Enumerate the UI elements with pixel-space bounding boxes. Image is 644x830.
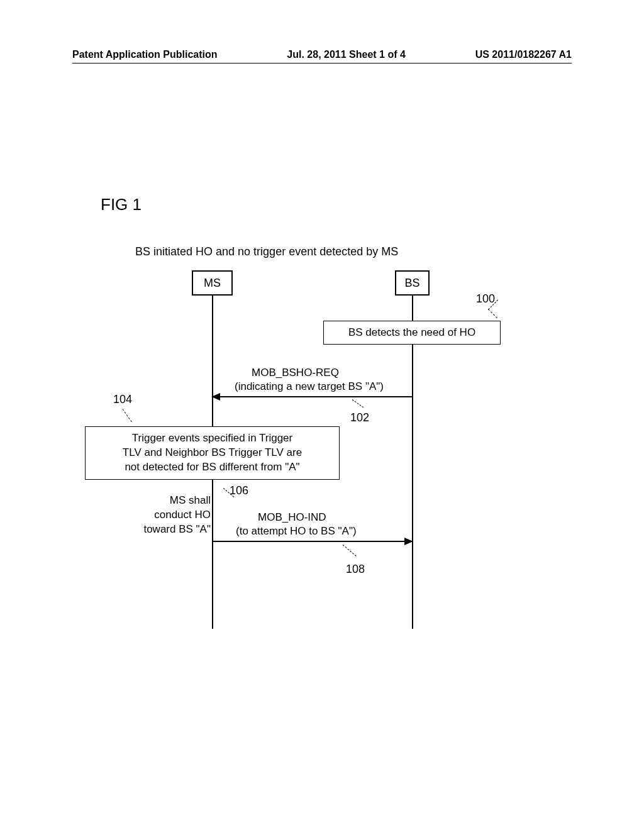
- page-header: Patent Application Publication Jul. 28, …: [0, 49, 644, 60]
- header-center: Jul. 28, 2011 Sheet 1 of 4: [287, 49, 406, 60]
- header-right: US 2011/0182267 A1: [475, 49, 572, 60]
- message-108-line2: (to attempt HO to BS "A"): [236, 525, 357, 538]
- ms-shall-note: MS shall conduct HO toward BS "A": [129, 494, 211, 537]
- ms-shall-line2: conduct HO: [129, 508, 211, 523]
- bs-lifeline: [412, 296, 413, 629]
- leader-line-108: [343, 545, 357, 556]
- ms-label: MS: [204, 277, 221, 290]
- trigger-line3: not detected for BS different from "A": [125, 460, 299, 475]
- ms-participant-box: MS: [192, 270, 233, 296]
- ms-shall-line1: MS shall: [129, 494, 211, 508]
- leader-line-104: [123, 409, 132, 422]
- leader-line-102: [346, 399, 368, 415]
- trigger-events-box: Trigger events specified in Trigger TLV …: [85, 426, 340, 480]
- message-102-line2: (indicating a new target BS "A"): [235, 380, 384, 393]
- reference-104: 104: [113, 393, 132, 406]
- header-rule: [72, 63, 572, 64]
- bs-detects-text: BS detects the need of HO: [348, 326, 475, 339]
- reference-100: 100: [476, 292, 495, 306]
- message-108-line1: MOB_HO-IND: [258, 511, 326, 524]
- arrow-108: [213, 541, 412, 542]
- figure-label: FIG 1: [101, 195, 142, 214]
- arrow-102: [213, 396, 412, 397]
- bs-detects-box: BS detects the need of HO: [323, 321, 501, 345]
- diagram-title: BS initiated HO and no trigger event det…: [135, 245, 398, 258]
- sequence-diagram: MS BS 100 BS detects the need of HO MOB_…: [63, 270, 503, 648]
- bs-label: BS: [404, 277, 419, 290]
- header-left: Patent Application Publication: [72, 49, 218, 60]
- trigger-line1: Trigger events specified in Trigger: [132, 431, 292, 446]
- reference-108: 108: [346, 563, 365, 576]
- ms-shall-line3: toward BS "A": [129, 523, 211, 537]
- message-102-line1: MOB_BSHO-REQ: [252, 367, 339, 379]
- bs-participant-box: BS: [395, 270, 430, 296]
- trigger-line2: TLV and Neighbor BS Trigger TLV are: [123, 446, 302, 460]
